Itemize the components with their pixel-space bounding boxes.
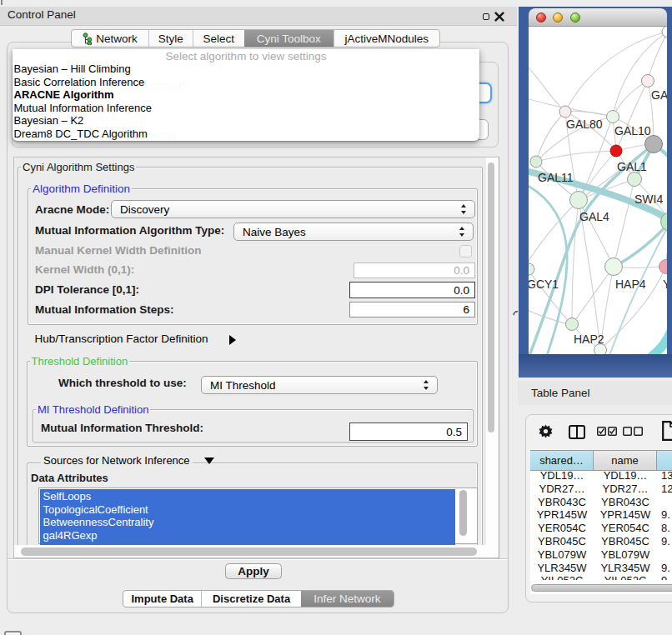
svg-text:GAL11: GAL11 bbox=[538, 171, 574, 184]
svg-text:Y: Y bbox=[663, 278, 667, 291]
svg-text:GAL1: GAL1 bbox=[617, 160, 647, 173]
svg-text:SWI4: SWI4 bbox=[634, 192, 663, 206]
svg-text:GAL4: GAL4 bbox=[579, 210, 609, 223]
svg-text:GCY1: GCY1 bbox=[529, 278, 559, 291]
svg-text:GAL10: GAL10 bbox=[614, 124, 651, 138]
svg-text:HAP4: HAP4 bbox=[615, 278, 646, 291]
svg-text:GAL80: GAL80 bbox=[566, 118, 603, 131]
svg-text:GAL2: GAL2 bbox=[651, 88, 667, 102]
svg-text:HAP2: HAP2 bbox=[574, 332, 604, 346]
